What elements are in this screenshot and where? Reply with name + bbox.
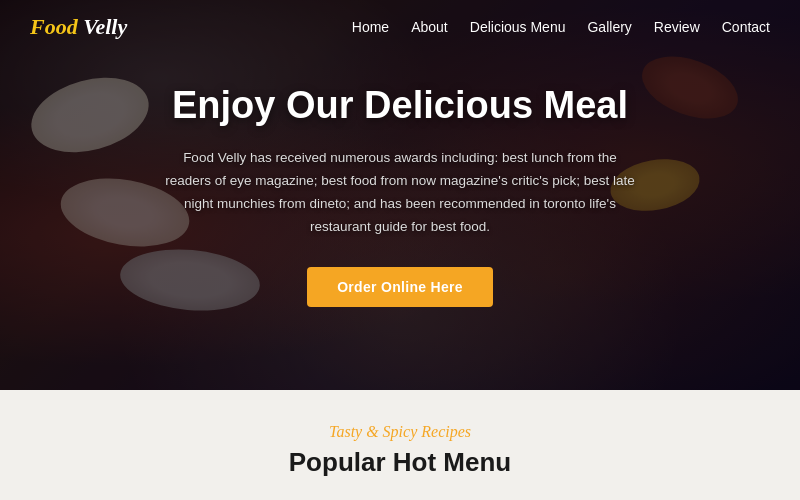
section-heading: Popular Hot Menu [289,447,511,478]
logo-brand: Food [30,14,78,39]
hero-title: Enjoy Our Delicious Meal [160,83,640,129]
nav-contact[interactable]: Contact [722,19,770,35]
site-header: Food Velly Home About Delicious Menu Gal… [0,0,800,54]
logo-brand2: Velly [78,14,128,39]
nav-gallery[interactable]: Gallery [587,19,631,35]
hero-content: Enjoy Our Delicious Meal Food Velly has … [140,83,660,306]
nav-menu[interactable]: Delicious Menu [470,19,566,35]
nav-about[interactable]: About [411,19,448,35]
main-nav: Home About Delicious Menu Gallery Review… [352,19,770,35]
site-logo: Food Velly [30,14,127,40]
nav-home[interactable]: Home [352,19,389,35]
bottom-section: Tasty & Spicy Recipes Popular Hot Menu [0,390,800,500]
order-button[interactable]: Order Online Here [307,267,493,307]
hero-description: Food Velly has received numerous awards … [160,147,640,239]
nav-review[interactable]: Review [654,19,700,35]
hero-section: Food Velly Home About Delicious Menu Gal… [0,0,800,390]
section-tagline: Tasty & Spicy Recipes [329,423,471,441]
